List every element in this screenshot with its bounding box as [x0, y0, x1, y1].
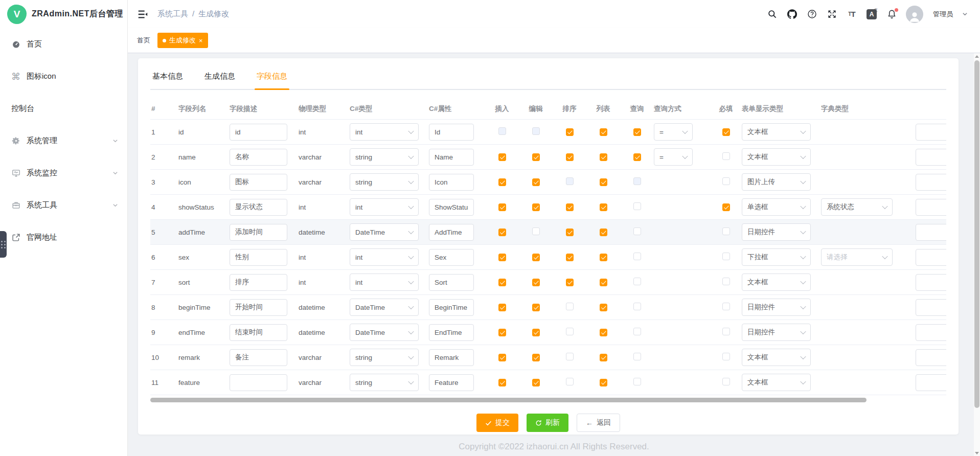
help-icon[interactable]: [806, 9, 817, 20]
collapse-menu-icon[interactable]: [137, 9, 148, 20]
csharp-property-input[interactable]: [429, 124, 474, 141]
app-logo-row[interactable]: V ZRAdmin.NET后台管理: [0, 0, 127, 28]
sort-checkbox[interactable]: [566, 353, 574, 360]
extra-input[interactable]: [916, 299, 946, 316]
display-type-select[interactable]: 文本框: [742, 123, 811, 141]
tab-field-info[interactable]: 字段信息: [257, 72, 287, 89]
edit-checkbox[interactable]: [532, 304, 540, 311]
required-checkbox[interactable]: [722, 378, 730, 385]
query-checkbox[interactable]: [633, 378, 641, 385]
sidebar-item-system-admin[interactable]: 系统管理: [0, 125, 127, 157]
query-checkbox[interactable]: [633, 227, 641, 235]
csharp-property-input[interactable]: [429, 149, 474, 166]
extra-input[interactable]: [916, 124, 946, 141]
query-checkbox[interactable]: [633, 253, 641, 260]
vertical-scrollbar-thumb[interactable]: [974, 60, 979, 408]
display-type-select[interactable]: 日期控件: [742, 223, 811, 241]
field-description-input[interactable]: [230, 124, 287, 141]
user-name[interactable]: 管理员: [933, 10, 953, 19]
sort-checkbox[interactable]: [566, 378, 574, 385]
edit-checkbox[interactable]: [532, 279, 540, 286]
back-button[interactable]: ← 返回: [577, 414, 620, 432]
sort-checkbox[interactable]: [566, 203, 574, 211]
required-checkbox[interactable]: [722, 278, 730, 285]
field-description-input[interactable]: [230, 274, 287, 291]
csharp-type-select[interactable]: int: [350, 248, 419, 266]
tab-basic-info[interactable]: 基本信息: [152, 72, 183, 89]
required-checkbox[interactable]: [722, 253, 730, 260]
csharp-property-input[interactable]: [429, 249, 474, 266]
field-description-input[interactable]: [230, 374, 287, 391]
insert-checkbox[interactable]: [498, 153, 506, 161]
sidebar-item-system-tools[interactable]: 系统工具: [0, 189, 127, 221]
csharp-property-input[interactable]: [429, 224, 474, 241]
drawer-handle[interactable]: [0, 231, 7, 258]
csharp-property-input[interactable]: [429, 174, 474, 191]
extra-input[interactable]: [916, 249, 946, 266]
required-checkbox[interactable]: [722, 203, 730, 211]
font-size-icon[interactable]: TT: [846, 9, 857, 20]
csharp-type-select[interactable]: int: [350, 123, 419, 141]
breadcrumb-item[interactable]: 生成修改: [198, 9, 229, 19]
list-checkbox[interactable]: [600, 279, 607, 286]
insert-checkbox[interactable]: [498, 254, 506, 261]
vertical-scrollbar[interactable]: [974, 53, 980, 456]
list-checkbox[interactable]: [600, 304, 607, 311]
display-type-select[interactable]: 文本框: [742, 349, 811, 366]
csharp-type-select[interactable]: string: [350, 173, 419, 191]
sort-checkbox[interactable]: [566, 177, 574, 185]
csharp-type-select[interactable]: string: [350, 374, 419, 391]
dict-type-select[interactable]: 请选择: [821, 248, 893, 266]
scroll-down-arrow[interactable]: [974, 450, 980, 456]
edit-checkbox[interactable]: [532, 178, 540, 186]
csharp-property-input[interactable]: [429, 374, 474, 391]
required-checkbox[interactable]: [722, 328, 730, 335]
field-description-input[interactable]: [230, 149, 287, 166]
close-icon[interactable]: ×: [199, 37, 203, 44]
required-checkbox[interactable]: [722, 128, 730, 136]
list-checkbox[interactable]: [600, 329, 607, 336]
edit-checkbox[interactable]: [532, 153, 540, 161]
insert-checkbox[interactable]: [498, 203, 506, 211]
extra-input[interactable]: [916, 149, 946, 166]
list-checkbox[interactable]: [600, 254, 607, 261]
csharp-property-input[interactable]: [429, 299, 474, 316]
insert-checkbox[interactable]: [498, 229, 506, 236]
display-type-select[interactable]: 日期控件: [742, 324, 811, 341]
csharp-type-select[interactable]: string: [350, 148, 419, 166]
query-checkbox[interactable]: [633, 177, 641, 185]
display-type-select[interactable]: 图片上传: [742, 173, 811, 191]
display-type-select[interactable]: 文本框: [742, 148, 811, 166]
github-icon[interactable]: [786, 9, 797, 20]
query-checkbox[interactable]: [633, 128, 641, 136]
field-description-input[interactable]: [230, 224, 287, 241]
sort-checkbox[interactable]: [566, 153, 574, 161]
sort-checkbox[interactable]: [566, 254, 574, 261]
fullscreen-icon[interactable]: [826, 9, 837, 20]
edit-checkbox[interactable]: [532, 254, 540, 261]
display-type-select[interactable]: 日期控件: [742, 299, 811, 316]
edit-checkbox[interactable]: [532, 127, 540, 135]
refresh-button[interactable]: 刷新: [527, 414, 568, 432]
csharp-type-select[interactable]: int: [350, 198, 419, 216]
csharp-property-input[interactable]: [429, 199, 474, 216]
required-checkbox[interactable]: [722, 303, 730, 310]
insert-checkbox[interactable]: [498, 304, 506, 311]
avatar[interactable]: [906, 6, 923, 23]
extra-input[interactable]: [916, 199, 946, 216]
csharp-type-select[interactable]: int: [350, 273, 419, 291]
field-description-input[interactable]: [230, 199, 287, 216]
extra-input[interactable]: [916, 224, 946, 241]
field-description-input[interactable]: [230, 249, 287, 266]
extra-input[interactable]: [916, 274, 946, 291]
display-type-select[interactable]: 下拉框: [742, 248, 811, 266]
extra-input[interactable]: [916, 324, 946, 341]
csharp-property-input[interactable]: [429, 324, 474, 341]
csharp-property-input[interactable]: [429, 349, 474, 366]
sort-checkbox[interactable]: [566, 303, 574, 310]
insert-checkbox[interactable]: [498, 354, 506, 361]
sidebar-item-icons[interactable]: ⌘ 图标icon: [0, 60, 127, 93]
extra-input[interactable]: [916, 349, 946, 366]
tag-home[interactable]: 首页: [137, 36, 150, 45]
query-type-select[interactable]: =: [654, 148, 693, 166]
